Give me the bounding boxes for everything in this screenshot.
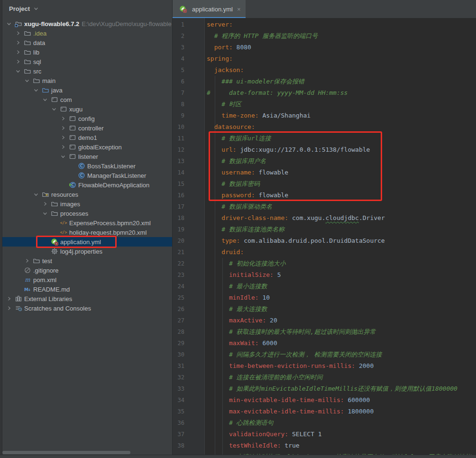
code-line-25[interactable]: minIdle: 10 xyxy=(207,292,471,303)
line-number[interactable]: 6 xyxy=(173,76,204,87)
tree-row-controller[interactable]: controller xyxy=(2,123,172,133)
code-viewport[interactable]: server: # 程序的 HTTP 服务器监听的端口号 port: 8080s… xyxy=(205,18,476,455)
line-number[interactable]: 21 xyxy=(173,247,204,258)
tree-row-java[interactable]: java xyxy=(2,85,172,95)
code-line-15[interactable]: # 数据库密码 xyxy=(207,178,471,190)
chevron-down-icon[interactable] xyxy=(32,86,40,94)
line-number[interactable]: 4 xyxy=(173,53,204,64)
chevron-right-icon[interactable] xyxy=(14,39,22,46)
chevron-down-icon[interactable] xyxy=(32,191,40,198)
code-line-11[interactable]: # 数据库url连接 xyxy=(207,133,471,144)
chevron-down-icon[interactable] xyxy=(5,20,13,27)
tree-row-listener[interactable]: listener xyxy=(2,152,172,161)
code-line-22[interactable]: # 初始化连接池大小 xyxy=(207,258,471,269)
line-number[interactable]: 34 xyxy=(173,394,204,406)
tab-application-yml[interactable]: application.yml × xyxy=(173,0,246,18)
chevron-right-icon[interactable] xyxy=(59,124,67,132)
line-number[interactable]: 24 xyxy=(173,281,204,292)
chevron-right-icon[interactable] xyxy=(59,115,67,122)
line-number[interactable]: 37 xyxy=(173,429,204,440)
code-line-37[interactable]: validationQuery: SELECT 1 xyxy=(207,429,471,440)
tree-row-scratches-and-consoles[interactable]: Scratches and Consoles xyxy=(2,303,172,313)
code-line-8[interactable]: # 时区 xyxy=(207,99,471,110)
chevron-right-icon[interactable] xyxy=(5,295,13,302)
line-number[interactable]: 25 xyxy=(173,292,204,303)
tree-row-main[interactable]: main xyxy=(2,76,172,85)
line-number[interactable]: 33 xyxy=(173,383,204,394)
code-line-21[interactable]: druid: xyxy=(207,247,471,258)
line-number[interactable]: 9 xyxy=(173,110,204,121)
tree-row-lib[interactable]: lib xyxy=(2,47,172,57)
chevron-down-icon[interactable] xyxy=(23,77,31,84)
line-number[interactable]: 29 xyxy=(173,338,204,349)
chevron-right-icon[interactable] xyxy=(59,143,67,151)
line-number[interactable]: 19 xyxy=(173,224,204,235)
tree-row-images[interactable]: images xyxy=(2,199,172,209)
code-line-36[interactable]: # 心跳检测语句 xyxy=(207,417,471,429)
tree-row-readme-md[interactable]: MREADME.md xyxy=(2,284,172,294)
line-number[interactable]: 10 xyxy=(173,121,204,133)
tree-row-processes[interactable]: processes xyxy=(2,209,172,218)
code-line-26[interactable]: # 最大连接数 xyxy=(207,303,471,315)
tree-row-managertasklistener[interactable]: CManagerTaskListener xyxy=(2,171,172,180)
tree-row-application-yml[interactable]: application.yml xyxy=(2,237,172,247)
line-number[interactable]: 1 xyxy=(173,19,204,30)
chevron-right-icon[interactable] xyxy=(23,257,31,265)
tree-row-holiday-request-bpmn20-xml[interactable]: </>holiday-request.bpmn20.xml xyxy=(2,228,172,237)
tree-row-xugu[interactable]: xugu xyxy=(2,104,172,114)
code-line-33[interactable]: # 如果此时minEvictableIdleTimeMillis还没有赋值，则使… xyxy=(207,383,471,394)
line-number[interactable]: 17 xyxy=(173,201,204,212)
line-number[interactable]: 36 xyxy=(173,417,204,429)
chevron-down-icon[interactable] xyxy=(41,210,49,217)
line-number[interactable]: 11 xyxy=(173,133,204,144)
tree-row-com[interactable]: com xyxy=(2,95,172,104)
code-line-30[interactable]: # 间隔多久才进行一次检测， 检测需要关闭的空闲连接 xyxy=(207,349,471,360)
tree-row--gitignore[interactable]: .gitignore xyxy=(2,266,172,275)
tree-row--idea[interactable]: .idea xyxy=(2,28,172,38)
line-number[interactable]: 28 xyxy=(173,326,204,338)
line-number[interactable]: 13 xyxy=(173,156,204,167)
chevron-down-icon[interactable] xyxy=(14,67,22,75)
tree-row-data[interactable]: data xyxy=(2,38,172,47)
code-line-3[interactable]: port: 8080 xyxy=(207,42,471,53)
line-number[interactable]: 20 xyxy=(173,235,204,247)
tree-row-test[interactable]: test xyxy=(2,256,172,266)
line-number[interactable]: 31 xyxy=(173,360,204,372)
tree-row-demo1[interactable]: demo1 xyxy=(2,133,172,142)
line-number[interactable]: 30 xyxy=(173,349,204,360)
code-line-12[interactable]: url: jdbc:xugu://127.0.0.1:5138/flowable xyxy=(207,144,471,156)
line-number[interactable]: 18 xyxy=(173,212,204,224)
editor-gutter[interactable]: 1234567891011121314151617181920212223242… xyxy=(173,18,205,455)
tree-row-sql[interactable]: sql xyxy=(2,57,172,66)
horizontal-scrollbar-thumb[interactable] xyxy=(2,451,130,454)
line-number[interactable]: 14 xyxy=(173,167,204,178)
code-line-20[interactable]: type: com.alibaba.druid.pool.DruidDataSo… xyxy=(207,235,471,247)
code-line-39[interactable]: # 申请连接时执行validationQuery检测连接是否有效，默认false… xyxy=(207,451,471,455)
chevron-right-icon[interactable] xyxy=(14,48,22,56)
tree-row-bosstasklistener[interactable]: CBossTaskListener xyxy=(2,161,172,171)
code-line-17[interactable]: # 数据库驱动类名 xyxy=(207,201,471,212)
code-line-24[interactable]: # 最小连接数 xyxy=(207,281,471,292)
code-line-13[interactable]: # 数据库用户名 xyxy=(207,156,471,167)
line-number[interactable]: 35 xyxy=(173,406,204,417)
tree-row-flowabledemoapplication[interactable]: CFlowableDemoApplication xyxy=(2,180,172,190)
chevron-right-icon[interactable] xyxy=(5,304,13,312)
line-number[interactable]: 12 xyxy=(173,144,204,156)
chevron-right-icon[interactable] xyxy=(41,200,49,208)
line-number[interactable]: 16 xyxy=(173,190,204,201)
chevron-down-icon[interactable] xyxy=(32,5,40,12)
line-number[interactable]: 23 xyxy=(173,269,204,281)
tree-row-globalexception[interactable]: globalException xyxy=(2,142,172,152)
code-line-19[interactable]: # 数据库连接池类名称 xyxy=(207,224,471,235)
code-line-31[interactable]: time-between-eviction-runs-millis: 2000 xyxy=(207,360,471,372)
close-icon[interactable]: × xyxy=(237,6,241,13)
code-line-1[interactable]: server: xyxy=(207,19,471,30)
chevron-right-icon[interactable] xyxy=(59,134,67,141)
line-number[interactable]: 7 xyxy=(173,87,204,99)
code-line-38[interactable]: testWhileIdle: true xyxy=(207,440,471,451)
tree-row-src[interactable]: src xyxy=(2,66,172,76)
chevron-down-icon[interactable] xyxy=(50,105,58,113)
code-line-28[interactable]: # 获取连接时的最大等待时间,超过该时间则抛出异常 xyxy=(207,326,471,338)
code-line-6[interactable]: ### ui-modeler保存会报错 xyxy=(207,76,471,87)
code-line-18[interactable]: driver-class-name: com.xugu.cloudjdbc.Dr… xyxy=(207,212,471,224)
